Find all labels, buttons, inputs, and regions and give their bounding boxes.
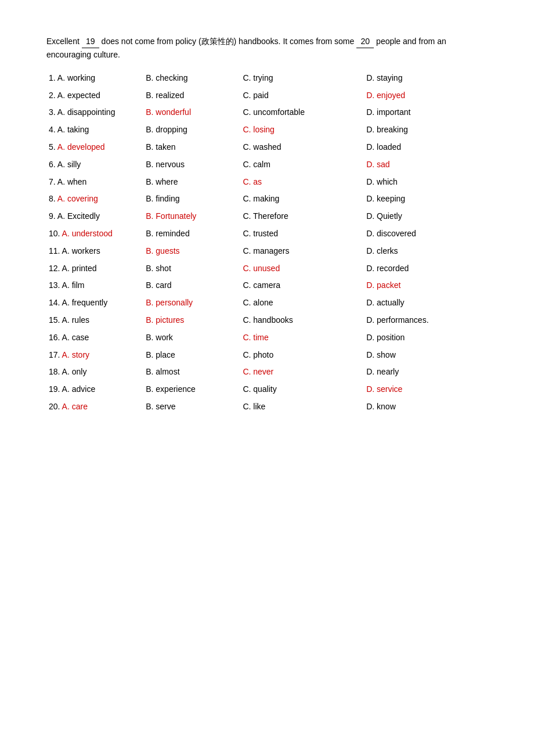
question-number: 5. A. developed [46,139,143,156]
option-b: B. personally [143,294,240,312]
question-number: 13. A. film [46,277,143,294]
option-c: C. paid [240,87,364,105]
option-d: D. important [364,104,488,121]
option-c: C. quality [240,381,364,398]
blank2: 20 [356,35,374,48]
option-b: B. where [143,174,240,191]
option-c: C. losing [240,121,364,139]
option-d: D. position [364,329,488,347]
option-d: D. sad [364,156,488,174]
option-b: B. realized [143,87,240,105]
question-number: 15. A. rules [46,312,143,329]
table-row: 1. A. workingB. checkingC. tryingD. stay… [46,70,488,87]
option-b: B. experience [143,381,240,398]
table-row: 16. A. caseB. workC. timeD. position [46,329,488,347]
option-b: B. serve [143,398,240,416]
option-b: B. guests [143,243,240,260]
option-c: C. camera [240,277,364,294]
option-d: D. enjoyed [364,87,488,105]
question-number: 19. A. advice [46,381,143,398]
question-number: 2. A. expected [46,87,143,105]
question-number: 10. A. understood [46,225,143,243]
option-b: B. Fortunately [143,208,240,225]
question-number: 8. A. covering [46,190,143,208]
option-b: B. nervous [143,156,240,174]
table-row: 3. A. disappointingB. wonderfulC. uncomf… [46,104,488,121]
blank1: 19 [82,35,99,48]
option-c: C. trying [240,70,364,87]
option-c: C. calm [240,156,364,174]
table-row: 12. A. printedB. shotC. unusedD. recorde… [46,260,488,278]
option-d: D. which [364,174,488,191]
option-b: B. pictures [143,312,240,329]
option-b: B. finding [143,190,240,208]
table-row: 2. A. expectedB. realizedC. paidD. enjoy… [46,87,488,105]
option-d: D. packet [364,277,488,294]
option-c: C. washed [240,139,364,156]
question-number: 3. A. disappointing [46,104,143,121]
option-d: D. nearly [364,363,488,381]
intro-text1: Excellent [46,37,80,46]
question-number: 18. A. only [46,363,143,381]
table-row: 17. A. storyB. placeC. photoD. show [46,347,488,364]
intro-text2: does not come from policy (政策性的) handboo… [102,37,357,46]
option-b: B. checking [143,70,240,87]
table-row: 20. A. careB. serveC. likeD. know [46,398,488,416]
option-c: C. time [240,329,364,347]
option-d: D. actually [364,294,488,312]
option-d: D. performances. [364,312,488,329]
option-d: D. discovered [364,225,488,243]
question-number: 16. A. case [46,329,143,347]
question-number: 6. A. silly [46,156,143,174]
table-row: 7. A. whenB. whereC. asD. which [46,174,488,191]
option-c: C. never [240,363,364,381]
option-c: C. photo [240,347,364,364]
table-row: 6. A. sillyB. nervousC. calmD. sad [46,156,488,174]
option-c: C. managers [240,243,364,260]
option-c: C. trusted [240,225,364,243]
option-d: D. show [364,347,488,364]
table-row: 14. A. frequentlyB. personallyC. aloneD.… [46,294,488,312]
option-c: C. alone [240,294,364,312]
question-number: 20. A. care [46,398,143,416]
option-b: B. card [143,277,240,294]
table-row: 10. A. understoodB. remindedC. trustedD.… [46,225,488,243]
option-b: B. dropping [143,121,240,139]
option-d: D. keeping [364,190,488,208]
option-c: C. making [240,190,364,208]
question-number: 4. A. taking [46,121,143,139]
option-b: B. place [143,347,240,364]
table-row: 18. A. onlyB. almostC. neverD. nearly [46,363,488,381]
option-c: C. Therefore [240,208,364,225]
option-d: D. clerks [364,243,488,260]
option-b: B. reminded [143,225,240,243]
table-row: 15. A. rulesB. picturesC. handbooksD. pe… [46,312,488,329]
intro-paragraph: Excellent 19 does not come from policy (… [46,35,488,62]
option-c: C. like [240,398,364,416]
option-c: C. as [240,174,364,191]
table-row: 9. A. ExcitedlyB. FortunatelyC. Therefor… [46,208,488,225]
option-d: D. service [364,381,488,398]
table-row: 8. A. coveringB. findingC. makingD. keep… [46,190,488,208]
option-b: B. taken [143,139,240,156]
table-row: 19. A. adviceB. experienceC. qualityD. s… [46,381,488,398]
option-d: D. know [364,398,488,416]
questions-table: 1. A. workingB. checkingC. tryingD. stay… [46,70,488,416]
question-number: 14. A. frequently [46,294,143,312]
table-row: 4. A. takingB. droppingC. losingD. break… [46,121,488,139]
option-c: C. uncomfortable [240,104,364,121]
question-number: 9. A. Excitedly [46,208,143,225]
option-d: D. staying [364,70,488,87]
question-number: 12. A. printed [46,260,143,278]
option-d: D. loaded [364,139,488,156]
option-b: B. almost [143,363,240,381]
table-row: 11. A. workersB. guestsC. managersD. cle… [46,243,488,260]
option-c: C. handbooks [240,312,364,329]
option-d: D. breaking [364,121,488,139]
table-row: 5. A. developedB. takenC. washedD. loade… [46,139,488,156]
question-number: 7. A. when [46,174,143,191]
option-c: C. unused [240,260,364,278]
table-row: 13. A. filmB. cardC. cameraD. packet [46,277,488,294]
option-d: D. recorded [364,260,488,278]
option-b: B. work [143,329,240,347]
